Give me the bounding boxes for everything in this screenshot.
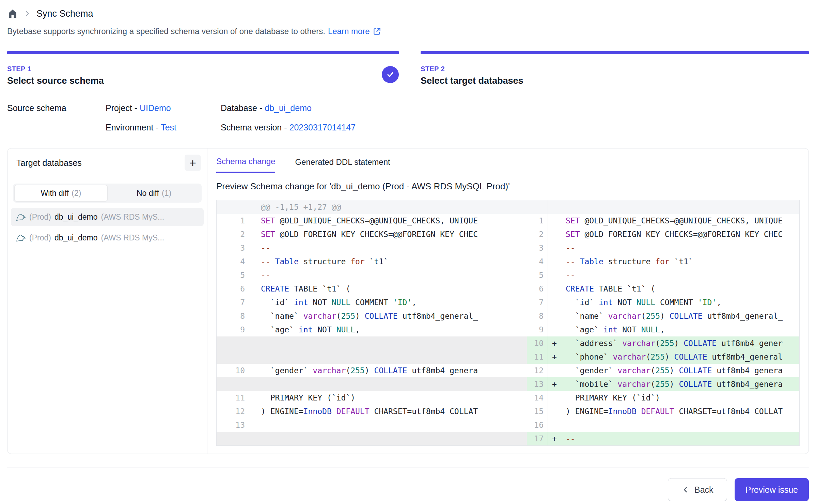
code-line: `name` varchar(255) COLLATE utf8mb4_gene…: [548, 309, 799, 323]
tab-with-diff[interactable]: With diff (2): [14, 185, 108, 201]
diff-row-placeholder: [217, 377, 527, 391]
diff-row: 6CREATE TABLE `t1` (: [527, 282, 799, 296]
line-number: 7: [527, 296, 548, 309]
code-line: SET @OLD_FOREIGN_KEY_CHECKS=@@FOREIGN_KE…: [548, 227, 799, 241]
line-number: 1: [217, 214, 252, 227]
preview-issue-button[interactable]: Preview issue: [735, 478, 809, 501]
footer-actions: Back Preview issue: [7, 468, 809, 501]
add-target-database-button[interactable]: +: [185, 155, 201, 171]
line-number: 3: [527, 241, 548, 255]
diff-row-placeholder: [217, 336, 527, 350]
db-environment: (Prod): [29, 233, 51, 242]
diff-row: 12) ENGINE=InnoDB DEFAULT CHARSET=utf8mb…: [217, 405, 527, 418]
code-line: [252, 336, 527, 350]
diff-row-added: 10 `address` varchar(255) COLLATE utf8mb…: [527, 336, 799, 350]
schema-diff-editor[interactable]: @@ -1,15 +1,27 @@1SET @OLD_UNIQUE_CHECKS…: [216, 200, 800, 446]
environment-link[interactable]: Test: [161, 123, 176, 132]
database-link[interactable]: db_ui_demo: [265, 103, 312, 113]
step-1-label: STEP 1: [7, 65, 399, 73]
db-name: db_ui_demo: [54, 233, 98, 242]
diff-row-placeholder: [217, 350, 527, 364]
line-number: 5: [527, 268, 548, 282]
line-number: 4: [527, 255, 548, 268]
line-number: 1: [527, 214, 548, 227]
step-2-progress-bar: [421, 51, 809, 54]
line-number: 9: [527, 323, 548, 336]
target-database-item[interactable]: (Prod)db_ui_demo(AWS RDS MyS...: [11, 208, 204, 226]
step-2-label: STEP 2: [421, 65, 809, 73]
mysql-icon: [16, 213, 26, 222]
code-line: -- Table structure for `t1`: [252, 255, 527, 268]
line-number: 8: [527, 309, 548, 323]
breadcrumb-separator-icon: [23, 10, 31, 17]
code-line: --: [252, 241, 527, 255]
line-number: 6: [217, 282, 252, 296]
code-line: PRIMARY KEY (`id`): [252, 391, 527, 405]
code-line: [252, 350, 527, 364]
page-title: Sync Schema: [36, 9, 93, 19]
line-number: [217, 200, 252, 214]
diff-filter-tabs: With diff (2) No diff (1): [13, 184, 202, 203]
line-number: 10: [217, 364, 252, 377]
diff-pane-modified: 1SET @OLD_UNIQUE_CHECKS=@@UNIQUE_CHECKS,…: [527, 200, 799, 445]
schema-version-link[interactable]: 20230317014147: [289, 123, 356, 132]
code-line: [252, 432, 527, 445]
line-number: 8: [217, 309, 252, 323]
code-line: [252, 418, 527, 432]
line-number: [527, 200, 548, 214]
diff-row: 2SET @OLD_FOREIGN_KEY_CHECKS=@@FOREIGN_K…: [217, 227, 527, 241]
code-line: `gender` varchar(255) COLLATE utf8mb4_ge…: [252, 364, 527, 377]
external-link-icon: [373, 27, 381, 36]
tab-no-diff[interactable]: No diff (1): [108, 185, 200, 201]
code-line: SET @OLD_UNIQUE_CHECKS=@@UNIQUE_CHECKS, …: [252, 214, 527, 227]
diff-row: 9 `age` int NOT NULL,: [217, 323, 527, 336]
preview-title: Preview Schema change for 'db_ui_demo (P…: [216, 181, 800, 192]
added-marker: +: [552, 336, 557, 350]
line-number: 2: [527, 227, 548, 241]
code-line: --: [252, 268, 527, 282]
step-1-title: Select source schema: [7, 76, 399, 86]
target-databases-title: Target databases: [16, 158, 82, 168]
code-line: `id` int NOT NULL COMMENT 'ID',: [548, 296, 799, 309]
home-icon[interactable]: [7, 8, 18, 19]
diff-row: 2SET @OLD_FOREIGN_KEY_CHECKS=@@FOREIGN_K…: [527, 227, 799, 241]
source-database-field: Database - db_ui_demo: [221, 103, 809, 113]
diff-row: 9 `age` int NOT NULL,: [527, 323, 799, 336]
tab-generated-ddl[interactable]: Generated DDL statement: [295, 157, 390, 173]
step-1-completed-icon: [382, 66, 399, 83]
line-number: [217, 350, 252, 364]
target-databases-panel: Target databases + With diff (2) No diff…: [7, 148, 207, 454]
with-diff-count: (2): [72, 189, 81, 198]
diff-row-added: 11 `phone` varchar(255) COLLATE utf8mb4_…: [527, 350, 799, 364]
target-database-item[interactable]: (Prod)db_ui_demo(AWS RDS MyS...: [11, 229, 204, 247]
sync-panel: Target databases + With diff (2) No diff…: [7, 148, 809, 454]
line-number: 10: [527, 336, 548, 350]
diff-row: 1SET @OLD_UNIQUE_CHECKS=@@UNIQUE_CHECKS,…: [217, 214, 527, 227]
db-instance: (AWS RDS MyS...: [101, 233, 164, 242]
code-line: [252, 377, 527, 391]
source-project-field: Project - UIDemo: [106, 103, 221, 113]
sync-schema-page: Sync Schema Bytebase supports synchroniz…: [0, 0, 816, 504]
code-line: `age` int NOT NULL,: [548, 323, 799, 336]
added-marker: +: [552, 432, 557, 445]
line-number: [217, 377, 252, 391]
learn-more-link[interactable]: Learn more: [328, 27, 381, 36]
step-1: STEP 1 Select source schema: [7, 51, 399, 86]
code-line: SET @OLD_FOREIGN_KEY_CHECKS=@@FOREIGN_KE…: [252, 227, 527, 241]
code-line: PRIMARY KEY (`id`): [548, 391, 799, 405]
source-schema-summary: Source schema Project - UIDemo Database …: [7, 103, 809, 132]
line-number: 2: [217, 227, 252, 241]
back-button[interactable]: Back: [668, 478, 727, 501]
code-line: `address` varchar(255) COLLATE utf8mb4_g…: [548, 336, 799, 350]
code-line: `mobile` varchar(255) COLLATE utf8mb4_ge…: [548, 377, 799, 391]
code-line: `name` varchar(255) COLLATE utf8mb4_gene…: [252, 309, 527, 323]
diff-row-spacer: [527, 200, 799, 214]
code-line: `age` int NOT NULL,: [252, 323, 527, 336]
tab-schema-change[interactable]: Schema change: [216, 157, 275, 173]
project-link[interactable]: UIDemo: [140, 103, 171, 113]
preview-tabs: Schema change Generated DDL statement: [216, 157, 800, 173]
code-line: @@ -1,15 +1,27 @@: [252, 200, 527, 214]
added-marker: +: [552, 350, 557, 364]
added-marker: +: [552, 377, 557, 391]
code-line: --+: [548, 432, 799, 445]
